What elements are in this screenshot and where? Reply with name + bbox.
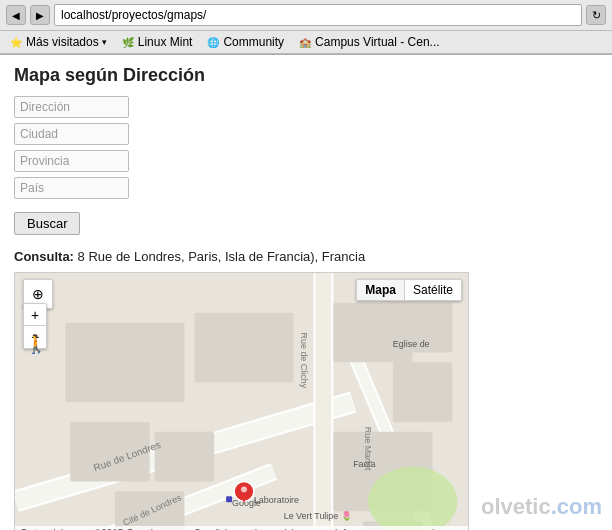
bookmark-linux-mint-label: Linux Mint bbox=[138, 35, 193, 49]
svg-rect-9 bbox=[65, 323, 184, 402]
back-button[interactable]: ◀ bbox=[6, 5, 26, 25]
browser-chrome: ◀ ▶ ↻ ⭐ Más visitados ▾ 🌿 Linux Mint 🌐 C… bbox=[0, 0, 612, 55]
svg-rect-16 bbox=[393, 362, 453, 422]
svg-rect-14 bbox=[155, 432, 215, 482]
query-line: Consulta: 8 Rue de Londres, Paris, Isla … bbox=[14, 249, 598, 264]
nav-bar: ◀ ▶ ↻ bbox=[0, 0, 612, 31]
svg-text:Le Vert Tulipe 🌷: Le Vert Tulipe 🌷 bbox=[284, 510, 353, 522]
pais-field-group bbox=[14, 177, 598, 199]
watermark: olvetic.com bbox=[481, 494, 602, 520]
query-value: 8 Rue de Londres, Paris, Isla de Francia… bbox=[78, 249, 366, 264]
query-label: Consulta: bbox=[14, 249, 74, 264]
ciudad-input[interactable] bbox=[14, 123, 129, 145]
search-button[interactable]: Buscar bbox=[14, 212, 80, 235]
page-title: Mapa según Dirección bbox=[14, 65, 598, 86]
svg-text:Rue Marlet: Rue Marlet bbox=[363, 427, 373, 471]
svg-rect-21 bbox=[226, 496, 232, 502]
map-svg: Google Facta Le Vert Tulipe 🌷 Eglise de … bbox=[15, 273, 468, 530]
map-container[interactable]: Google Facta Le Vert Tulipe 🌷 Eglise de … bbox=[14, 272, 469, 530]
svg-text:Eglise de: Eglise de bbox=[393, 339, 430, 349]
pegman-button[interactable]: 🚶 bbox=[25, 333, 47, 355]
map-type-mapa[interactable]: Mapa bbox=[357, 280, 405, 300]
provincia-input[interactable] bbox=[14, 150, 129, 172]
bookmark-campus-virtual[interactable]: 🏫 Campus Virtual - Cen... bbox=[295, 34, 443, 50]
svg-text:Laboratoire: Laboratoire bbox=[254, 495, 299, 505]
star-icon: ⭐ bbox=[9, 35, 23, 49]
zoom-in-button[interactable]: + bbox=[24, 304, 46, 326]
direccion-input[interactable] bbox=[14, 96, 129, 118]
linux-mint-icon: 🌿 bbox=[121, 35, 135, 49]
svg-text:Rue de Clichy: Rue de Clichy bbox=[299, 333, 309, 389]
svg-point-32 bbox=[241, 486, 247, 492]
address-bar[interactable] bbox=[54, 4, 582, 26]
forward-button[interactable]: ▶ bbox=[30, 5, 50, 25]
bookmark-community[interactable]: 🌐 Community bbox=[203, 34, 287, 50]
svg-rect-10 bbox=[194, 313, 293, 382]
pegman-icon: 🚶 bbox=[25, 334, 47, 354]
direccion-field-group bbox=[14, 96, 598, 118]
ciudad-field-group bbox=[14, 123, 598, 145]
page-content: Mapa según Dirección Buscar Consulta: 8 … bbox=[0, 55, 612, 530]
compass-icon: ⊕ bbox=[32, 286, 44, 302]
watermark-text-blue: .com bbox=[551, 494, 602, 519]
bookmark-mas-visitados-label: Más visitados bbox=[26, 35, 99, 49]
community-icon: 🌐 bbox=[206, 35, 220, 49]
dropdown-arrow-icon: ▾ bbox=[102, 37, 107, 47]
pais-input[interactable] bbox=[14, 177, 129, 199]
bookmark-community-label: Community bbox=[223, 35, 284, 49]
map-footer: Datos del mapa ©2015 Google Condiciones … bbox=[15, 526, 468, 530]
provincia-field-group bbox=[14, 150, 598, 172]
bookmark-linux-mint[interactable]: 🌿 Linux Mint bbox=[118, 34, 196, 50]
map-type-buttons: Mapa Satélite bbox=[356, 279, 462, 301]
bookmarks-bar: ⭐ Más visitados ▾ 🌿 Linux Mint 🌐 Communi… bbox=[0, 31, 612, 54]
refresh-button[interactable]: ↻ bbox=[586, 5, 606, 25]
map-type-satelite[interactable]: Satélite bbox=[405, 280, 461, 300]
bookmark-mas-visitados[interactable]: ⭐ Más visitados ▾ bbox=[6, 34, 110, 50]
watermark-text: olvetic bbox=[481, 494, 551, 519]
campus-icon: 🏫 bbox=[298, 35, 312, 49]
bookmark-campus-virtual-label: Campus Virtual - Cen... bbox=[315, 35, 440, 49]
